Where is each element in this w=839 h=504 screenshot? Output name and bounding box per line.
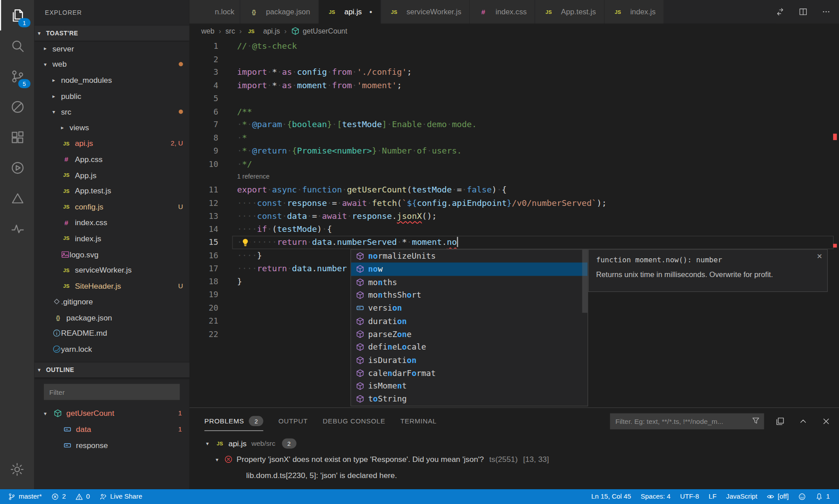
filter-icon[interactable] bbox=[752, 417, 760, 427]
code-line-4[interactable]: 4import·*·as·moment·from·'moment'; bbox=[189, 79, 839, 92]
activity-item-explorer[interactable]: 1 bbox=[0, 0, 34, 30]
folder-item-views[interactable]: ▸views bbox=[34, 120, 189, 136]
activity-item-live-share[interactable] bbox=[0, 152, 34, 183]
suggest-scrollbar[interactable] bbox=[582, 250, 588, 313]
status-language-mode[interactable]: JavaScript bbox=[721, 489, 762, 504]
close-icon[interactable]: ✕ bbox=[817, 252, 822, 261]
status-indentation[interactable]: Spaces: 4 bbox=[636, 489, 676, 504]
code-line-2[interactable]: 2 bbox=[189, 53, 839, 66]
panel-tab-problems[interactable]: PROBLEMS2 bbox=[204, 412, 263, 431]
activity-item-source-control[interactable]: 5 bbox=[0, 61, 34, 91]
file-item-package-json[interactable]: {}package.json bbox=[34, 310, 189, 325]
suggestion-normalizeUnits[interactable]: normalizeUnits bbox=[351, 250, 588, 263]
folder-item-public[interactable]: ▸public bbox=[34, 88, 189, 104]
section-header-outline[interactable]: ▾ OUTLINE bbox=[34, 363, 189, 377]
tab-index-js[interactable]: JSindex.js bbox=[605, 0, 664, 24]
panel-tab-debug-console[interactable]: DEBUG CONSOLE bbox=[323, 412, 386, 431]
code-line-10[interactable]: 10·*/ bbox=[189, 158, 839, 171]
folder-item-server[interactable]: ▸server bbox=[34, 41, 189, 56]
activity-item-disabled-extension[interactable] bbox=[0, 91, 34, 122]
breadcrumb-item-web[interactable]: web bbox=[201, 27, 215, 35]
outline-item-getusercount[interactable]: ▾getUserCount1 bbox=[34, 405, 189, 421]
close-panel-icon[interactable] bbox=[822, 417, 830, 426]
outline-item-response[interactable]: response bbox=[34, 437, 189, 453]
file-item-app-css[interactable]: #App.css bbox=[34, 151, 189, 167]
status-feedback[interactable] bbox=[793, 489, 810, 504]
suggestion-isDuration[interactable]: isDuration bbox=[351, 354, 588, 367]
tab-index-css[interactable]: #index.css bbox=[470, 0, 535, 24]
code-line-7[interactable]: 7·*·@param·{boolean}·[testMode]·Enable·d… bbox=[189, 118, 839, 131]
file-item-app-test-js[interactable]: JSApp.test.js bbox=[34, 183, 189, 199]
funnel-icon[interactable] bbox=[752, 417, 760, 425]
tab-n-lock[interactable]: n.lock bbox=[189, 0, 240, 24]
tab-serviceworker-js[interactable]: JSserviceWorker.js bbox=[381, 0, 469, 24]
problem-item[interactable]: ▾Property 'jsonX' does not exist on type… bbox=[189, 452, 839, 467]
breadcrumb-item-getusercount[interactable]: getUserCount bbox=[291, 27, 348, 35]
suggestion-defineLocale[interactable]: defineLocale bbox=[351, 341, 588, 354]
activity-item-search[interactable] bbox=[0, 30, 34, 61]
activity-item-deploy[interactable] bbox=[0, 183, 34, 214]
suggestion-toString[interactable]: toString bbox=[351, 393, 588, 406]
problems-filter-input[interactable] bbox=[614, 417, 749, 426]
lightbulb-icon[interactable] bbox=[241, 238, 250, 247]
status-notifications[interactable]: 1 bbox=[811, 489, 835, 504]
folder-item-src[interactable]: ▾src bbox=[34, 104, 189, 120]
tab-app-test-js[interactable]: JSApp.test.js bbox=[535, 0, 604, 24]
status-live-share[interactable]: Live Share bbox=[95, 489, 147, 504]
status-encoding[interactable]: UTF-8 bbox=[676, 489, 704, 504]
activity-item-extensions[interactable] bbox=[0, 122, 34, 152]
breadcrumb-item-src[interactable]: src bbox=[225, 27, 235, 35]
code-line-6[interactable]: 6/** bbox=[189, 105, 839, 118]
maximize-panel-icon[interactable] bbox=[799, 417, 807, 426]
code-line-11[interactable]: 11export·async·function·getUserCount(tes… bbox=[189, 184, 839, 196]
settings-gear[interactable] bbox=[0, 456, 34, 483]
split-editor-icon[interactable] bbox=[799, 8, 807, 16]
file-item-siteheader-js[interactable]: JSSiteHeader.jsU bbox=[34, 278, 189, 294]
suggestion-isMoment[interactable]: isMoment bbox=[351, 380, 588, 393]
suggestion-parseZone[interactable]: parseZone bbox=[351, 328, 588, 341]
panel-tab-terminal[interactable]: TERMINAL bbox=[400, 412, 437, 431]
breadcrumb-item-api-js[interactable]: JSapi.js bbox=[246, 27, 280, 35]
file-item-api-js[interactable]: JSapi.js2, U bbox=[34, 136, 189, 151]
status-eol[interactable]: LF bbox=[704, 489, 721, 504]
code-line-1[interactable]: 1//·@ts-check bbox=[189, 39, 839, 52]
code-line-13[interactable]: 13····const·data·=·await·response.jsonX(… bbox=[189, 209, 839, 222]
suggestion-version[interactable]: version bbox=[351, 302, 588, 315]
outline-filter-input[interactable] bbox=[48, 387, 176, 396]
file-item-index-js[interactable]: JSindex.js bbox=[34, 231, 189, 246]
compare-changes-icon[interactable] bbox=[776, 8, 784, 16]
tab-api-js[interactable]: JSapi.js● bbox=[318, 0, 380, 24]
tab-package-json[interactable]: {}package.json bbox=[240, 0, 318, 24]
codelens-references[interactable]: 1 reference bbox=[237, 173, 270, 180]
problem-related-info[interactable]: lib.dom.d.ts[2230, 5]: 'json' is declare… bbox=[189, 467, 839, 483]
file-item-app-js[interactable]: JSApp.js bbox=[34, 167, 189, 183]
code-line-12[interactable]: 12····const·response·=·await·fetch(`${co… bbox=[189, 196, 839, 209]
status-screencast-mode[interactable]: [off] bbox=[762, 489, 793, 504]
problems-file-group[interactable]: ▾JSapi.jsweb/src2 bbox=[189, 436, 839, 452]
suggestion-months[interactable]: months bbox=[351, 276, 588, 289]
file-item-index-css[interactable]: #index.css bbox=[34, 215, 189, 231]
code-line-15[interactable]: 15········return·data.numberServed·*·mom… bbox=[189, 236, 839, 249]
code-line-5[interactable]: 5 bbox=[189, 92, 839, 105]
status-problems-warnings[interactable]: 0 bbox=[71, 489, 95, 504]
folder-item-node-modules[interactable]: ▸node_modules bbox=[34, 72, 189, 88]
file-item-config-js[interactable]: JSconfig.jsU bbox=[34, 199, 189, 214]
file-item--gitignore[interactable]: .gitignore bbox=[34, 294, 189, 309]
file-item-serviceworker-js[interactable]: JSserviceWorker.js bbox=[34, 262, 189, 278]
section-header-project[interactable]: ▾ TOAST'RE bbox=[34, 26, 189, 40]
suggestion-monthsShort[interactable]: monthsShort bbox=[351, 289, 588, 302]
folder-item-web[interactable]: ▾web bbox=[34, 56, 189, 72]
more-actions-icon[interactable] bbox=[822, 8, 830, 16]
suggestion-calendarFormat[interactable]: calendarFormat bbox=[351, 367, 588, 380]
panel-tab-output[interactable]: OUTPUT bbox=[278, 412, 308, 431]
suggestion-duration[interactable]: duration bbox=[351, 315, 588, 328]
status-cursor-position[interactable]: Ln 15, Col 45 bbox=[586, 489, 636, 504]
code-editor[interactable]: 1//·@ts-check23import·*·as·config·from·'… bbox=[189, 38, 839, 407]
status-git-branch[interactable]: master* bbox=[3, 489, 47, 504]
suggestion-now[interactable]: now bbox=[351, 263, 588, 276]
code-line-9[interactable]: 9·*·@return·{Promise<number>}·Number·of·… bbox=[189, 145, 839, 158]
code-line-8[interactable]: 8·* bbox=[189, 131, 839, 144]
file-item-logo-svg[interactable]: logo.svg bbox=[34, 246, 189, 262]
outline-item-data[interactable]: data1 bbox=[34, 421, 189, 437]
open-in-editor-icon[interactable] bbox=[776, 417, 784, 426]
